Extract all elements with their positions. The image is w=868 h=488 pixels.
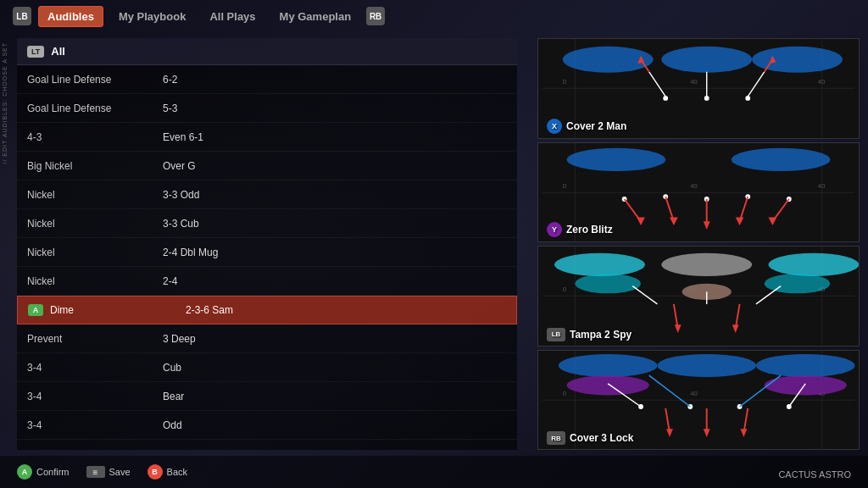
svg-point-53 (769, 253, 859, 276)
svg-point-19 (745, 96, 750, 101)
play-row[interactable]: Nickel 2-4 Dbl Mug (17, 238, 517, 267)
category-label: All (51, 45, 65, 58)
preview-cover3lock[interactable]: 0 40 40 (537, 350, 860, 451)
play-row[interactable]: Nickel 3-3 Cub (17, 209, 517, 238)
svg-point-51 (554, 253, 645, 276)
top-nav: LB Audibles My Playbook All Plays My Gam… (0, 0, 868, 32)
play-list-panel: LT All Goal Line Defense 6-2 Goal Line D… (17, 38, 517, 450)
save-label: Save (109, 467, 131, 477)
lb-button[interactable]: LB (13, 7, 31, 25)
play-row[interactable]: 4-3 Even 6-1 (17, 123, 517, 152)
tab-audibles[interactable]: Audibles (38, 6, 103, 27)
svg-point-17 (663, 96, 668, 101)
save-badge: ≡ (86, 466, 105, 478)
svg-point-28 (732, 147, 831, 170)
y-badge: Y (547, 222, 562, 237)
category-header: LT All (17, 38, 517, 65)
play-row[interactable]: Big Nickel Over G (17, 152, 517, 180)
preview-label-cover3lock: RB Cover 3 Lock (547, 431, 633, 445)
play-row[interactable]: 3-4 Cub (17, 353, 517, 382)
play-row[interactable]: Nickel 3-3 Odd (17, 180, 517, 209)
play-row[interactable]: Goal Line Defense 6-2 (17, 65, 517, 94)
preview-label-cover2man: X Cover 2 Man (547, 119, 626, 134)
svg-point-72 (657, 353, 756, 376)
play-previews-panel: 0 40 40 X Cover 2 Man (537, 38, 860, 450)
svg-text:40: 40 (818, 182, 826, 190)
play-row[interactable]: 3-4 Bear (17, 382, 517, 411)
lb-preview-badge: LB (547, 328, 565, 341)
rb-preview-badge: RB (547, 431, 565, 445)
lt-badge: LT (27, 46, 44, 58)
svg-text:40: 40 (690, 78, 698, 86)
svg-point-27 (567, 147, 666, 170)
play-row[interactable]: Prevent 3 Deep (17, 324, 517, 353)
a-badge: A (28, 304, 43, 316)
tab-all-plays[interactable]: All Plays (201, 7, 264, 26)
bottom-bar: A Confirm ≡ Save B Back CACTUS ASTRO (0, 456, 868, 488)
back-action[interactable]: B Back (147, 464, 187, 480)
confirm-badge: A (17, 464, 32, 480)
save-action[interactable]: ≡ Save (86, 466, 131, 478)
svg-text:40: 40 (690, 182, 698, 190)
tab-my-gameplan[interactable]: My Gameplan (271, 7, 360, 26)
svg-text:0: 0 (563, 286, 566, 293)
confirm-action[interactable]: A Confirm (17, 464, 70, 480)
play-row-selected[interactable]: A Dime 2-3-6 Sam (17, 296, 517, 324)
svg-point-73 (756, 353, 855, 376)
svg-point-18 (704, 96, 709, 101)
svg-text:40: 40 (818, 78, 826, 86)
play-row[interactable]: Nickel 2-4 (17, 267, 517, 296)
svg-text:0: 0 (563, 78, 566, 86)
svg-point-54 (575, 274, 641, 293)
svg-text:0: 0 (563, 390, 566, 397)
svg-point-74 (567, 375, 649, 395)
preview-cover2man[interactable]: 0 40 40 X Cover 2 Man (537, 38, 860, 139)
confirm-label: Confirm (36, 467, 70, 477)
back-label: Back (167, 467, 187, 477)
team-name: CACTUS ASTRO (778, 469, 851, 480)
svg-text:40: 40 (690, 390, 698, 397)
rb-button[interactable]: RB (366, 7, 385, 25)
play-row[interactable]: Goal Line Defense 5-3 (17, 94, 517, 123)
svg-point-52 (661, 253, 752, 276)
svg-point-8 (661, 47, 752, 73)
preview-label-zeroblitz: Y Zero Blitz (547, 222, 613, 237)
preview-label-tampa2spy: LB Tampa 2 Spy (547, 328, 632, 341)
svg-point-71 (559, 353, 658, 376)
back-badge: B (147, 464, 163, 480)
play-row[interactable]: 3-4 Odd (17, 411, 517, 440)
lb-group: LB (13, 7, 31, 25)
x-badge: X (547, 119, 562, 134)
preview-zeroblitz[interactable]: 0 40 40 Y Zero Blitz (537, 142, 860, 243)
preview-tampa2spy[interactable]: 0 40 40 LB Tampa 2 Spy (537, 246, 860, 347)
edit-audibles-label: // EDIT AUDIBLES: CHOOSE A SET (0, 38, 9, 168)
svg-text:0: 0 (563, 182, 566, 190)
tab-my-playbook[interactable]: My Playbook (110, 7, 194, 26)
